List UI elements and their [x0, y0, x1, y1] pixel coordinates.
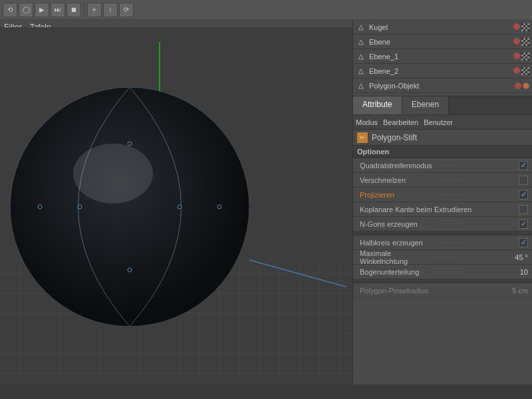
scene-red-dot-ebene2[interactable]	[513, 67, 520, 74]
scene-red-dot-ebene1[interactable]	[513, 53, 520, 59]
prop-dots-projizieren: ············	[440, 191, 519, 198]
tool-header: ✏ Polygon-Stift	[353, 130, 532, 146]
scene-checker-kugel[interactable]	[521, 23, 529, 31]
scene-item-polygon[interactable]: △ Polygon-Objekt	[353, 78, 532, 93]
prop-label-bogenunter: Bogenunterteilung	[360, 268, 434, 276]
scene-item-ebene1[interactable]: △ Ebene_1	[353, 49, 532, 64]
scene-red-dot-kugel[interactable]	[513, 23, 520, 30]
scene-checker-ebene[interactable]	[521, 38, 529, 46]
viewport[interactable]: Filter Tafeln	[0, 20, 352, 384]
prop-label-koplanar: Koplanare Kante beim Extrudieren	[360, 205, 519, 213]
attr-menu-bearbeiten[interactable]: Bearbeiten	[383, 118, 418, 126]
attr-menu-benutzer[interactable]: Benutzer	[424, 118, 453, 126]
prop-dots-verschmelzen: ··········	[440, 176, 519, 184]
toolbar-icon-6[interactable]: ⌖	[87, 3, 102, 17]
prop-row-bogenunter: Bogenunterteilung ············ 10	[353, 265, 532, 279]
scene-item-kugel[interactable]: △ Kugel	[353, 20, 532, 35]
properties-panel: Optionen Quadratstreifenmodus ········· …	[353, 146, 532, 384]
prop-row-quadrat: Quadratstreifenmodus ·········	[353, 158, 532, 173]
scene-item-ebene[interactable]: △ Ebene	[353, 35, 532, 49]
attribute-tabs: Attribute Ebenen	[353, 96, 532, 115]
prop-dots-ngons: ·········	[440, 220, 519, 227]
prop-row-koplanar: Koplanare Kante beim Extrudieren	[353, 202, 532, 217]
toolbar-icon-2[interactable]: ◯	[19, 3, 33, 17]
scene-actions-kugel	[513, 23, 529, 31]
main-layout: Filter Tafeln	[0, 20, 532, 384]
scene-red-dot-polygon[interactable]	[515, 82, 521, 89]
prop-label-quadrat: Quadratstreifenmodus	[360, 162, 440, 170]
section-optionen: Optionen	[353, 146, 532, 158]
tool-name: Polygon-Stift	[372, 133, 417, 142]
scene-name-kugel: Kugel	[369, 23, 513, 31]
toolbar-icon-1[interactable]: ⟲	[3, 3, 17, 17]
scene-name-ebene1: Ebene_1	[369, 53, 513, 61]
scene-checker-ebene2[interactable]	[521, 67, 529, 75]
tab-ebenen[interactable]: Ebenen	[402, 96, 449, 114]
prop-row-verschmelzen: Verschmelzen ··········	[353, 173, 532, 188]
scene-item-ebene2[interactable]: △ Ebene_2	[353, 64, 532, 78]
prop-value-maxwinkel[interactable]: 45 °	[508, 253, 528, 261]
prop-label-ngons: N-Gons erzeugen	[360, 220, 440, 228]
svg-point-68	[10, 87, 249, 327]
scene-name-ebene2: Ebene_2	[369, 67, 513, 75]
prop-dots-halbkreis: ···········	[440, 239, 519, 246]
scene-checker-ebene1[interactable]	[521, 53, 529, 61]
svg-point-69	[73, 144, 153, 203]
toolbar-icon-7[interactable]: ↕	[103, 3, 118, 17]
prop-checkbox-projizieren[interactable]	[519, 190, 528, 200]
scene-name-ebene: Ebene	[369, 38, 513, 46]
scene-actions-ebene2	[513, 67, 529, 75]
tab-attribute[interactable]: Attribute	[353, 96, 402, 114]
scene-icon-ebene2: △	[356, 66, 366, 76]
scene-actions-polygon	[515, 82, 529, 89]
scene-list: △ Kugel △ Ebene △ Ebene_1	[353, 20, 532, 96]
prop-label-pinsel: Polygon-Pinselradius	[360, 287, 434, 295]
toolbar-icon-8[interactable]: ⟳	[119, 3, 134, 17]
prop-value-pinsel: 5 cm	[508, 287, 528, 295]
toolbar-icon-5[interactable]: ⏹	[66, 3, 81, 17]
prop-label-projizieren: Projizieren	[360, 191, 440, 199]
toolbar-icons: ⟲ ◯ ▶ ⏭ ⏹ ⌖ ↕ ⟳	[0, 3, 136, 17]
scene-icon-polygon: △	[356, 80, 366, 91]
prop-row-pinsel: Polygon-Pinselradius ··········· 5 cm	[353, 283, 532, 298]
attr-menu-modus[interactable]: Modus	[356, 118, 378, 126]
scene-name-polygon: Polygon-Objekt	[369, 82, 515, 90]
scene-icon-ebene: △	[356, 37, 366, 47]
prop-row-ngons: N-Gons erzeugen ·········	[353, 217, 532, 231]
attr-menubar: Modus Bearbeiten Benutzer	[353, 115, 532, 130]
prop-checkbox-koplanar[interactable]	[519, 205, 528, 214]
toolbar-icon-3[interactable]: ▶	[35, 3, 49, 17]
prop-checkbox-halbkreis[interactable]	[519, 238, 528, 247]
prop-checkbox-ngons[interactable]	[519, 219, 528, 229]
prop-label-verschmelzen: Verschmelzen	[360, 176, 440, 184]
scene-red-dot-ebene[interactable]	[513, 38, 520, 45]
viewport-grid	[0, 20, 352, 384]
toolbar-sep-1	[84, 3, 84, 17]
scene-actions-ebene1	[513, 53, 529, 61]
prop-row-projizieren: Projizieren ············	[353, 188, 532, 202]
polygon-stift-icon: ✏	[357, 132, 368, 143]
scene-icon-kugel: △	[356, 22, 366, 33]
prop-label-halbkreis: Halbkreis erzeugen	[360, 239, 440, 247]
scene-icon-ebene1: △	[356, 51, 366, 62]
prop-dots-quadrat: ·········	[440, 162, 519, 169]
prop-value-bogenunter[interactable]: 10	[508, 268, 528, 276]
prop-dots-bogenunter: ············	[434, 268, 509, 275]
prop-dots-maxwinkel: ·········	[434, 253, 509, 261]
prop-row-halbkreis: Halbkreis erzeugen ···········	[353, 235, 532, 250]
prop-checkbox-quadrat[interactable]	[519, 161, 528, 170]
prop-row-maxwinkel: Maximale Winkelrichtung ········· 45 °	[353, 250, 532, 265]
prop-checkbox-verschmelzen[interactable]	[519, 176, 528, 185]
scene-actions-ebene	[513, 38, 529, 46]
toolbar: ⟲ ◯ ▶ ⏭ ⏹ ⌖ ↕ ⟳	[0, 0, 532, 20]
right-panel: △ Kugel △ Ebene △ Ebene_1	[352, 20, 532, 384]
scene-orange-dot-polygon[interactable]	[523, 82, 529, 89]
prop-label-maxwinkel: Maximale Winkelrichtung	[360, 249, 434, 265]
prop-dots-pinsel: ···········	[434, 287, 509, 294]
toolbar-icon-4[interactable]: ⏭	[51, 3, 65, 17]
